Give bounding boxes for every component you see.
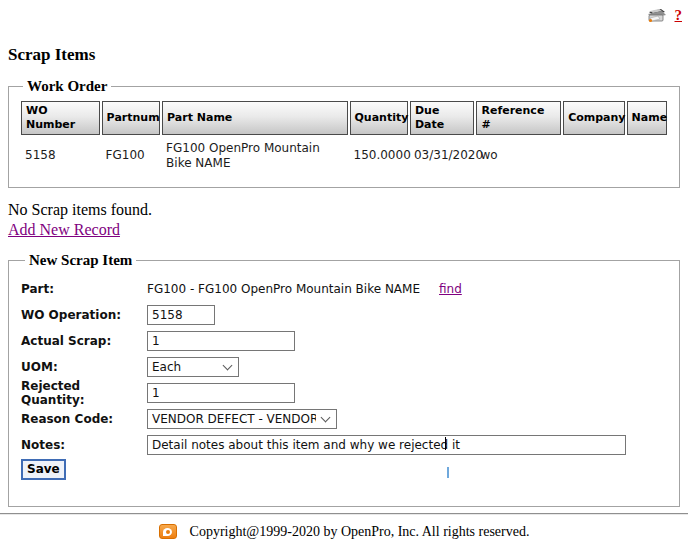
column-header-partnum[interactable]: Partnum [102,101,160,135]
work-order-fieldset: Work Order WO Number Partnum Part Name Q… [8,78,680,188]
footer: Copyright@1999-2020 by OpenPro, Inc. All… [0,524,688,540]
new-scrap-item-legend: New Scrap Item [25,252,136,269]
column-header-quantity[interactable]: Quantity [350,101,408,135]
help-link[interactable]: ? [675,7,683,24]
copyright-text: Copyright@1999-2020 by OpenPro, Inc. All… [190,524,530,540]
page-title: Scrap Items [8,45,688,65]
stray-caret-artifact [447,467,449,478]
top-icon-bar: ? [0,0,688,24]
part-value: FG100 - FG100 OpenPro Mountain Bike NAME [147,282,420,296]
cell-partnum: FG100 [102,137,160,175]
openpro-logo-icon [159,524,177,539]
no-scrap-items-message: No Scrap items found. [8,201,688,219]
uom-label: UOM: [21,360,147,374]
cell-quantity: 150.0000 [350,137,408,175]
actual-scrap-label: Actual Scrap: [21,334,147,348]
column-header-due-date[interactable]: Due Date [410,101,475,135]
column-header-company[interactable]: Company [563,101,624,135]
notes-input[interactable] [147,435,626,455]
table-header-row: WO Number Partnum Part Name Quantity Due… [21,101,667,135]
column-header-wo-number[interactable]: WO Number [21,101,100,135]
save-button[interactable]: Save [21,459,66,480]
actual-scrap-row: Actual Scrap: [21,331,667,351]
column-header-part-name[interactable]: Part Name [162,101,347,135]
cell-part-name: FG100 OpenPro Mountain Bike NAME [162,137,347,175]
footer-divider [0,513,688,515]
new-scrap-item-fieldset: New Scrap Item Part: FG100 - FG100 OpenP… [8,252,680,507]
rejected-quantity-row: Rejected Quantity: [21,383,667,403]
uom-select[interactable]: Each [147,357,239,377]
cell-reference: wo [476,137,561,175]
reason-code-label: Reason Code: [21,412,147,426]
cell-due-date: 03/31/2020 [410,137,475,175]
cell-company [563,137,624,175]
wo-operation-input[interactable] [147,305,215,325]
rejected-quantity-label: Rejected Quantity: [21,379,147,407]
reason-code-select-wrap: VENDOR DEFECT - VENDOR [147,408,337,429]
table-row: 5158 FG100 FG100 OpenPro Mountain Bike N… [21,137,667,175]
work-order-table: WO Number Partnum Part Name Quantity Due… [19,99,669,177]
actual-scrap-input[interactable] [147,331,295,351]
wo-operation-label: WO Operation: [21,308,147,322]
uom-select-wrap: Each [147,356,239,377]
cell-name [627,137,667,175]
part-label: Part: [21,282,147,296]
column-header-reference[interactable]: Reference # [476,101,561,135]
notes-text-caret [445,437,446,450]
print-icon[interactable] [645,6,667,25]
uom-row: UOM: Each [21,357,667,377]
wo-operation-row: WO Operation: [21,305,667,325]
part-row: Part: FG100 - FG100 OpenPro Mountain Bik… [21,279,667,299]
add-new-record-link[interactable]: Add New Record [8,221,120,239]
cell-wo-number: 5158 [21,137,100,175]
notes-label: Notes: [21,438,147,452]
work-order-legend: Work Order [23,78,111,95]
reason-code-row: Reason Code: VENDOR DEFECT - VENDOR [21,409,667,429]
reason-code-select[interactable]: VENDOR DEFECT - VENDOR [147,409,337,429]
find-link[interactable]: find [439,282,462,296]
column-header-name[interactable]: Name [627,101,667,135]
notes-row: Notes: [21,435,667,455]
rejected-quantity-input[interactable] [147,383,295,403]
